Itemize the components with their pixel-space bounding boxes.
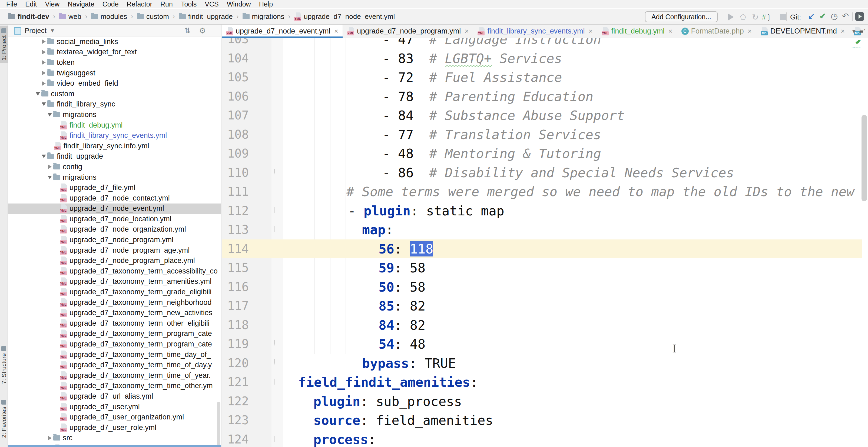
tree-row[interactable]: YMLupgrade_d7_user_role.yml [8, 422, 221, 433]
tree-row[interactable]: findit_library_sync [8, 99, 221, 110]
chevron-collapsed-icon[interactable] [46, 436, 53, 440]
menu-item-refactor[interactable]: Refactor [123, 0, 156, 8]
line-number[interactable]: 113 [222, 220, 249, 240]
line-number[interactable]: 110 [222, 163, 249, 183]
git-update-icon[interactable]: ↙ [808, 11, 815, 21]
editor-tab[interactable]: YMLupgrade_d7_node_event.yml× [222, 25, 343, 38]
debug-icon[interactable]: ⬠ [738, 12, 748, 22]
run-icon[interactable] [726, 12, 736, 22]
line-number[interactable]: 124 [222, 430, 249, 447]
tree-row[interactable]: YMLupgrade_d7_taxonomy_term_time_of_year… [8, 370, 221, 381]
inspection-status-icon[interactable]: ✔✔﹏﹏ [852, 39, 861, 49]
line-number[interactable]: 114 [222, 240, 249, 259]
hide-panel-icon[interactable]: — [213, 25, 220, 33]
code-line[interactable]: 109- 48 # Mentoring & Tutoring [222, 144, 868, 163]
code-line[interactable]: 106- 78 # Parenting Education [222, 87, 868, 106]
line-number[interactable]: 118 [222, 316, 249, 335]
tree-row[interactable]: YMLfindit_library_sync.info.yml [8, 141, 221, 151]
breadcrumb-item[interactable]: custom [137, 12, 169, 21]
code-line[interactable]: 11884: 82 [222, 316, 868, 335]
code-line[interactable]: 120bypass: TRUE [222, 354, 868, 373]
close-icon[interactable]: × [748, 27, 752, 35]
code-line[interactable]: 124process: [222, 430, 868, 447]
git-commit-icon[interactable]: ✔ [819, 11, 826, 21]
tree-row[interactable]: YMLfindit_library_sync_events.yml [8, 130, 221, 141]
tree-row[interactable]: social_media_links [8, 36, 221, 47]
tree-row[interactable]: YMLupgrade_d7_file.yml [8, 183, 221, 193]
code-line[interactable]: 11559: 58 [222, 258, 868, 278]
chevron-collapsed-icon[interactable] [40, 71, 47, 75]
code-line[interactable]: 103- 47 # Language Instruction [222, 38, 868, 49]
tree-row[interactable]: YMLupgrade_d7_taxonomy_term_program_cate [8, 329, 221, 339]
tree-row[interactable]: migrations [8, 109, 221, 120]
chevron-collapsed-icon[interactable] [40, 81, 47, 86]
editor-tab[interactable]: YMLfindit_debug.yml× [597, 25, 677, 38]
close-icon[interactable]: × [841, 27, 845, 35]
line-number[interactable]: 106 [222, 87, 249, 106]
chevron-expanded-icon[interactable] [46, 113, 53, 117]
run-anything-icon[interactable] [855, 12, 864, 21]
menu-item-navigate[interactable]: Navigate [64, 0, 98, 8]
editor-body[interactable]: 103- 47 # Language Instruction104- 83 # … [222, 38, 868, 447]
tree-row[interactable]: YMLupgrade_d7_node_event.yml [8, 203, 221, 214]
tree-row[interactable]: token [8, 57, 221, 68]
add-configuration-button[interactable]: Add Configuration... [645, 11, 718, 22]
editor-scrollbar-thumb[interactable] [862, 115, 867, 201]
code-line[interactable]: 112- plugin: static_map [222, 201, 868, 221]
close-icon[interactable]: × [334, 27, 338, 35]
breadcrumb-item[interactable]: migrations [243, 12, 284, 21]
fold-chevron-icon[interactable] [274, 207, 275, 213]
code-line[interactable]: 121field_findit_amenities: [222, 373, 868, 392]
stripe-tab-favorites[interactable]: 2: Favorites [0, 397, 8, 441]
tree-row[interactable]: YMLupgrade_d7_taxonomy_term_accessibilit… [8, 266, 221, 277]
line-number[interactable]: 122 [222, 392, 249, 411]
menu-item-file[interactable]: File [2, 0, 21, 8]
close-icon[interactable]: × [465, 27, 469, 35]
menu-item-help[interactable]: Help [255, 0, 277, 8]
tree-row[interactable]: findit_upgrade [8, 151, 221, 162]
tree-row[interactable]: video_embed_field [8, 78, 221, 89]
tree-row[interactable]: YMLupgrade_d7_taxonomy_term_other_eligib… [8, 318, 221, 329]
fold-chevron-icon[interactable] [274, 379, 275, 384]
chevron-collapsed-icon[interactable] [40, 39, 47, 44]
menu-item-run[interactable]: Run [156, 0, 177, 8]
line-number[interactable]: 123 [222, 411, 249, 430]
menu-item-tools[interactable]: Tools [177, 0, 200, 8]
tree-row[interactable]: YMLupgrade_d7_node_organization.yml [8, 224, 221, 235]
tree-row[interactable]: config [8, 162, 221, 172]
editor-tab[interactable]: YMLupgrade_d7_node_program.yml× [343, 25, 473, 38]
fold-marker-icon[interactable] [274, 341, 275, 346]
tree-row[interactable]: YMLupgrade_d7_node_program_age.yml [8, 245, 221, 256]
tree-row[interactable]: YMLfindit_debug.yml [8, 120, 221, 131]
tree-row[interactable]: YMLupgrade_d7_taxonomy_term_amenities.ym… [8, 277, 221, 287]
stripe-tab-structure[interactable]: 7: Structure [0, 344, 8, 387]
stripe-tab-project[interactable]: 1: Project [0, 26, 8, 63]
fold-chevron-icon[interactable] [274, 436, 275, 441]
profiler-icon[interactable]: ↻ [750, 12, 760, 22]
menu-item-window[interactable]: Window [223, 0, 255, 8]
attach-process-icon[interactable]: #❳ [762, 12, 772, 22]
code-line[interactable]: 111# Some terms were merged so we need t… [222, 182, 868, 201]
tree-row[interactable]: YMLupgrade_d7_taxonomy_term_neighborhood [8, 297, 221, 308]
tree-row[interactable]: twigsuggest [8, 68, 221, 78]
code-line[interactable]: 107- 84 # Substance Abuse Support [222, 106, 868, 125]
chevron-expanded-icon[interactable] [34, 92, 41, 96]
collapse-all-icon[interactable]: ⇅ [184, 26, 190, 35]
fold-marker-icon[interactable] [274, 360, 275, 365]
code-line[interactable]: 105- 72 # Fuel Assistance [222, 68, 868, 87]
code-line[interactable]: 11456: 118 [222, 240, 868, 259]
close-icon[interactable]: × [668, 27, 672, 35]
line-number[interactable]: 120 [222, 354, 249, 373]
chevron-collapsed-icon[interactable] [40, 60, 47, 65]
tree-row[interactable]: YMLupgrade_d7_taxonomy_term_time_day_of_ [8, 349, 221, 360]
gear-icon[interactable]: ⚙ [199, 26, 206, 35]
tree-row[interactable]: YMLupgrade_d7_taxonomy_term_grade_eligib… [8, 287, 221, 297]
tree-row[interactable]: YMLupgrade_d7_taxonomy_term_time_of_day.… [8, 360, 221, 370]
line-number[interactable]: 115 [222, 258, 249, 278]
code-line[interactable]: 11954: 48 [222, 334, 868, 354]
line-number[interactable]: 117 [222, 296, 249, 316]
project-view-selector[interactable]: Project ▼ [14, 27, 55, 35]
tree-row[interactable]: YMLupgrade_d7_url_alias.yml [8, 391, 221, 402]
tree-vertical-scrollbar[interactable] [217, 402, 220, 447]
line-number[interactable]: 105 [222, 68, 249, 87]
